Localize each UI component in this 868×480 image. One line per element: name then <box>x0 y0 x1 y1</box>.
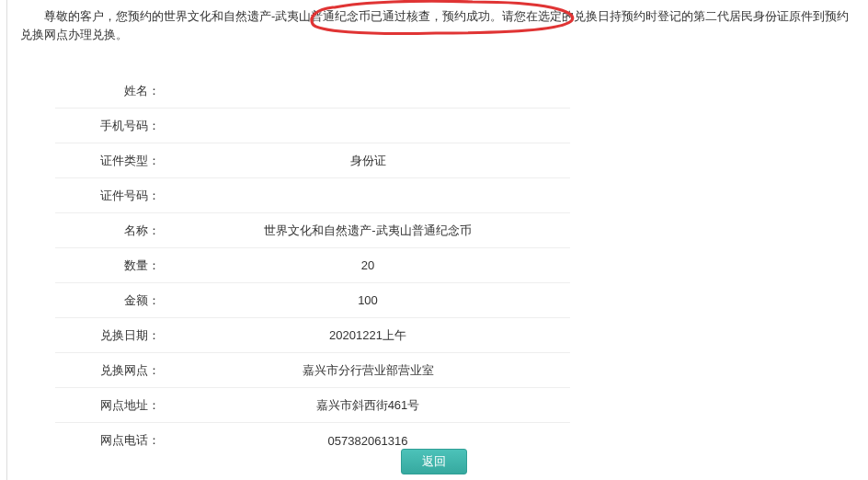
notice-highlight: -武夷山普通纪念币已通过核查，预约成功。 <box>271 9 502 23</box>
field-value-quantity: 20 <box>166 258 570 272</box>
field-label-exchange-date: 兑换日期： <box>55 327 166 344</box>
field-label-amount: 金额： <box>55 292 166 309</box>
back-button[interactable]: 返回 <box>401 449 467 474</box>
field-label-branch: 兑换网点： <box>55 362 166 379</box>
field-label-product-name: 名称： <box>55 223 166 239</box>
field-label-branch-address: 网点地址： <box>55 397 166 414</box>
table-row: 姓名： <box>55 74 570 109</box>
field-label-branch-phone: 网点电话： <box>55 432 166 449</box>
field-label-name: 姓名： <box>55 83 166 99</box>
table-row: 网点地址： 嘉兴市斜西街461号 <box>55 388 570 423</box>
field-label-quantity: 数量： <box>55 257 166 274</box>
field-value-branch-phone: 057382061316 <box>166 434 570 448</box>
field-label-id-number: 证件号码： <box>55 188 166 204</box>
field-value-amount: 100 <box>166 293 570 307</box>
table-row: 证件类型： 身份证 <box>55 143 570 178</box>
field-value-id-type: 身份证 <box>166 153 570 169</box>
field-value-branch-address: 嘉兴市斜西街461号 <box>166 397 570 414</box>
vertical-divider <box>6 0 7 480</box>
field-value-product-name: 世界文化和自然遗产-武夷山普通纪念币 <box>166 223 570 239</box>
table-row: 手机号码： <box>55 109 570 143</box>
field-label-phone: 手机号码： <box>55 118 166 134</box>
table-row: 金额： 100 <box>55 283 570 318</box>
field-value-branch: 嘉兴市分行营业部营业室 <box>166 362 570 379</box>
table-row: 证件号码： <box>55 178 570 213</box>
field-label-id-type: 证件类型： <box>55 153 166 169</box>
table-row: 兑换网点： 嘉兴市分行营业部营业室 <box>55 353 570 388</box>
notice-prefix: 尊敬的客户，您预约的世界文化和自然遗产 <box>44 9 271 23</box>
table-row: 数量： 20 <box>55 248 570 283</box>
table-row: 名称： 世界文化和自然遗产-武夷山普通纪念币 <box>55 213 570 248</box>
button-row: 返回 <box>0 449 868 474</box>
table-row: 兑换日期： 20201221上午 <box>55 318 570 353</box>
reservation-details-table: 姓名： 手机号码： 证件类型： 身份证 证件号码： 名称： 世界文化和自然遗产-… <box>55 74 570 458</box>
notice-message: 尊敬的客户，您预约的世界文化和自然遗产-武夷山普通纪念币已通过核查，预约成功。请… <box>20 7 859 44</box>
field-value-exchange-date: 20201221上午 <box>166 327 570 344</box>
